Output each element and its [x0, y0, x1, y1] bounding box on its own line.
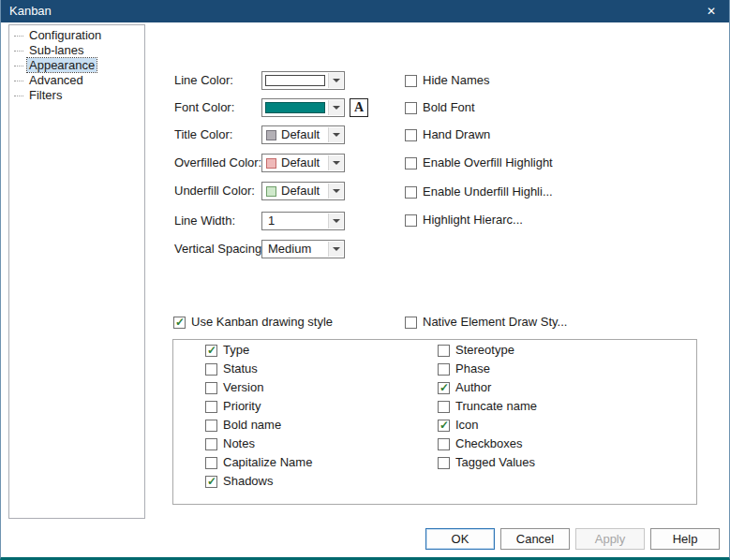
sidebar-item-sub-lanes[interactable]: Sub-lanes	[9, 43, 144, 58]
checkbox-icon[interactable]	[173, 317, 186, 329]
chevron-down-icon[interactable]	[328, 73, 343, 88]
chevron-down-icon[interactable]	[328, 242, 343, 257]
ok-button[interactable]: OK	[425, 528, 495, 550]
checkbox-use-kanban-drawing-style[interactable]: Use Kanban drawing style	[173, 315, 333, 330]
vertical-spacing-label: Vertical Spacing:	[174, 242, 265, 257]
checkbox-icon[interactable]	[205, 476, 217, 488]
sidebar-item-label: Appearance	[27, 58, 97, 72]
checkbox-icon[interactable]	[438, 420, 450, 432]
sidebar-item-label: Advanced	[27, 73, 85, 87]
checkbox-icon[interactable]	[205, 345, 217, 357]
checkbox-enable-underfill-highlight[interactable]: Enable Underfill Highli...	[405, 184, 553, 199]
font-style-button[interactable]: A	[350, 98, 368, 117]
line-width-label: Line Width:	[174, 214, 235, 228]
checkbox-icon[interactable]	[438, 401, 450, 413]
font-color-swatch	[265, 102, 325, 113]
checkbox-highlight-hierarchy[interactable]: Highlight Hierarc...	[405, 213, 523, 228]
checkbox-icon[interactable]	[438, 438, 450, 450]
dropdown-value: Default	[281, 127, 320, 142]
checkbox-icon[interactable]	[205, 420, 217, 432]
line-color-swatch	[265, 75, 325, 86]
checkbox-icon[interactable]	[405, 317, 417, 329]
checkbox-icon[interactable]	[438, 382, 450, 394]
underfill-color-dropdown[interactable]: Default	[261, 182, 345, 200]
line-color-label: Line Color:	[174, 73, 233, 88]
checkbox-shadows[interactable]: Shadows	[205, 474, 273, 489]
chevron-down-icon[interactable]	[328, 155, 343, 170]
apply-button[interactable]: Apply	[575, 528, 645, 550]
checkbox-icon[interactable]	[205, 363, 217, 376]
checkbox-icon[interactable]	[205, 457, 217, 469]
chevron-down-icon[interactable]	[328, 214, 343, 228]
sidebar-tree: Configuration Sub-lanes Appearance Advan…	[8, 24, 145, 519]
window-title: Kanban	[9, 4, 52, 18]
font-style-button-label: A	[354, 100, 364, 115]
checkbox-icon[interactable]	[438, 363, 450, 376]
sidebar-item-label: Filters	[27, 88, 64, 102]
checkbox-enable-overfill-highlight[interactable]: Enable Overfill Highlight	[405, 155, 553, 170]
checkbox-priority[interactable]: Priority	[205, 399, 261, 414]
titlebar: Kanban ✕	[1, 0, 729, 22]
checkbox-type[interactable]: Type	[205, 343, 249, 358]
checkbox-icon[interactable]	[205, 438, 217, 450]
checkbox-hand-drawn[interactable]: Hand Drawn	[405, 127, 490, 142]
checkbox-icon[interactable]	[405, 129, 417, 141]
checkbox-label: Shadows	[223, 474, 273, 489]
checkbox-icon[interactable]	[438, 457, 450, 469]
close-icon[interactable]: ✕	[703, 4, 720, 19]
checkbox-icon[interactable]	[405, 214, 417, 227]
checkbox-bold-name[interactable]: Bold name	[205, 418, 281, 433]
underfill-color-swatch	[266, 186, 276, 197]
checkbox-truncate-name[interactable]: Truncate name	[438, 399, 537, 414]
checkbox-stereotype[interactable]: Stereotype	[438, 343, 514, 358]
overfilled-color-dropdown[interactable]: Default	[261, 154, 345, 172]
sidebar-item-label: Configuration	[27, 28, 103, 42]
chevron-down-icon[interactable]	[328, 127, 343, 142]
chevron-down-icon[interactable]	[328, 100, 343, 115]
checkbox-icon[interactable]	[405, 186, 417, 199]
checkbox-label: Bold Font	[423, 100, 475, 115]
checkbox-label: Truncate name	[455, 399, 537, 414]
line-width-dropdown[interactable]: 1	[261, 212, 345, 230]
font-color-dropdown[interactable]	[261, 98, 345, 117]
checkbox-label: Notes	[223, 436, 255, 451]
sidebar-item-appearance[interactable]: Appearance	[9, 58, 144, 73]
overfilled-color-label: Overfilled Color:	[174, 155, 261, 170]
sidebar-item-filters[interactable]: Filters	[9, 88, 144, 103]
checkbox-icon[interactable]	[205, 401, 217, 413]
line-color-dropdown[interactable]	[261, 71, 345, 90]
checkbox-label: Capitalize Name	[223, 455, 312, 470]
checkbox-author[interactable]: Author	[438, 380, 491, 395]
checkbox-icon[interactable]	[405, 102, 417, 114]
checkbox-label: Version	[223, 380, 263, 395]
checkbox-checkboxes[interactable]: Checkboxes	[438, 436, 523, 451]
checkbox-icon-option[interactable]: Icon	[438, 418, 479, 433]
checkbox-capitalize-name[interactable]: Capitalize Name	[205, 455, 312, 470]
vertical-spacing-dropdown[interactable]: Medium	[261, 240, 345, 258]
overfilled-color-swatch	[266, 158, 276, 169]
title-color-dropdown[interactable]: Default	[261, 125, 345, 144]
font-color-label: Font Color:	[174, 100, 234, 115]
checkbox-notes[interactable]: Notes	[205, 436, 255, 451]
underfill-color-label: Underfill Color:	[174, 184, 255, 199]
checkbox-hide-names[interactable]: Hide Names	[405, 73, 490, 88]
checkbox-version[interactable]: Version	[205, 380, 263, 395]
checkbox-icon[interactable]	[405, 75, 417, 87]
checkbox-label: Author	[455, 380, 491, 395]
checkbox-icon[interactable]	[405, 157, 417, 169]
checkbox-tagged-values[interactable]: Tagged Values	[438, 455, 535, 470]
chevron-down-icon[interactable]	[328, 184, 343, 199]
sidebar-item-configuration[interactable]: Configuration	[9, 28, 144, 43]
checkbox-label: Type	[223, 343, 249, 358]
checkbox-phase[interactable]: Phase	[438, 361, 490, 376]
checkbox-bold-font[interactable]: Bold Font	[405, 100, 475, 115]
checkbox-native-element-draw-style[interactable]: Native Element Draw Sty...	[405, 315, 567, 330]
cancel-button[interactable]: Cancel	[500, 528, 570, 550]
sidebar-item-advanced[interactable]: Advanced	[9, 73, 144, 88]
checkbox-label: Checkboxes	[455, 436, 523, 451]
checkbox-icon[interactable]	[438, 345, 450, 357]
checkbox-status[interactable]: Status	[205, 361, 258, 376]
checkbox-label: Hide Names	[423, 73, 490, 88]
checkbox-icon[interactable]	[205, 382, 217, 394]
help-button[interactable]: Help	[650, 528, 720, 550]
